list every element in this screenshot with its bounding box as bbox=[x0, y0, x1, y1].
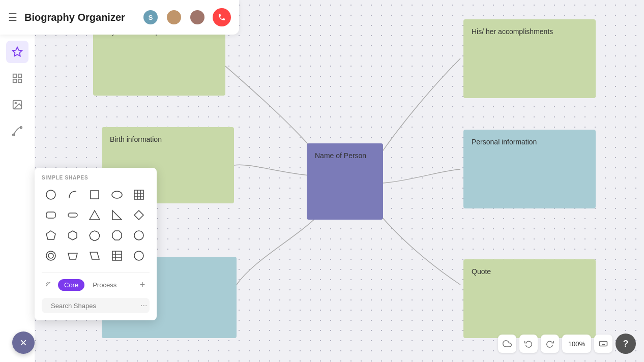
svg-point-6 bbox=[15, 102, 16, 104]
svg-rect-12 bbox=[134, 190, 143, 199]
tab-star[interactable] bbox=[42, 278, 56, 292]
svg-point-26 bbox=[134, 231, 143, 240]
shape-parallelogram[interactable] bbox=[85, 247, 104, 265]
avatar-3[interactable] bbox=[189, 9, 206, 25]
shape-circle2[interactable] bbox=[130, 226, 148, 245]
svg-marker-21 bbox=[134, 210, 143, 220]
shape-octagon[interactable] bbox=[108, 226, 126, 245]
svg-rect-10 bbox=[91, 191, 99, 199]
svg-rect-3 bbox=[13, 79, 16, 82]
tab-add-button[interactable]: + bbox=[135, 278, 150, 292]
svg-rect-4 bbox=[18, 79, 21, 82]
svg-rect-17 bbox=[46, 212, 55, 218]
svg-marker-25 bbox=[112, 231, 122, 240]
shape-triangle[interactable] bbox=[85, 206, 104, 224]
shape-circle3[interactable] bbox=[42, 247, 60, 265]
svg-marker-23 bbox=[69, 231, 77, 240]
svg-marker-24 bbox=[90, 231, 100, 240]
node-personal[interactable]: Personal information bbox=[463, 130, 596, 208]
fab-icon: × bbox=[20, 337, 27, 349]
node-quote[interactable]: Quote bbox=[463, 259, 596, 338]
bottom-bar: 100% ? bbox=[498, 334, 636, 354]
tab-core[interactable]: Core bbox=[58, 279, 84, 291]
app-title: Biography Organizer bbox=[24, 12, 135, 23]
svg-point-35 bbox=[134, 251, 143, 260]
shape-pill[interactable] bbox=[64, 206, 82, 224]
shape-hexagon[interactable] bbox=[64, 226, 82, 245]
fab-button[interactable]: × bbox=[12, 331, 35, 354]
node-accomplish[interactable]: His/ her accomplishments bbox=[463, 19, 596, 98]
shape-ellipse[interactable] bbox=[108, 186, 126, 204]
search-container: ··· bbox=[42, 298, 150, 313]
panel-tabs: Core Process + bbox=[42, 272, 150, 292]
search-options-button[interactable]: ··· bbox=[140, 301, 147, 310]
svg-point-11 bbox=[112, 191, 122, 198]
sidebar-item-grid[interactable] bbox=[6, 67, 28, 89]
svg-rect-1 bbox=[13, 74, 16, 77]
svg-rect-2 bbox=[18, 74, 21, 77]
shape-trapezoid[interactable] bbox=[64, 247, 82, 265]
call-button[interactable] bbox=[213, 8, 231, 26]
shape-circle4[interactable] bbox=[130, 247, 148, 265]
shape-circle[interactable] bbox=[42, 186, 60, 204]
svg-point-28 bbox=[48, 253, 53, 258]
sidebar-item-connectors[interactable] bbox=[6, 120, 28, 142]
svg-rect-38 bbox=[600, 342, 607, 346]
svg-marker-22 bbox=[46, 231, 55, 239]
shape-square[interactable] bbox=[85, 186, 104, 204]
sidebar-item-image[interactable] bbox=[6, 94, 28, 116]
shapes-panel: SIMPLE SHAPES bbox=[35, 168, 157, 320]
shape-rect-rounded[interactable] bbox=[42, 206, 60, 224]
undo-button[interactable] bbox=[519, 335, 538, 353]
tab-process[interactable]: Process bbox=[86, 279, 123, 291]
shape-arc[interactable] bbox=[64, 186, 82, 204]
avatar-2[interactable] bbox=[166, 9, 182, 25]
help-button[interactable]: ? bbox=[616, 334, 636, 354]
zoom-level[interactable]: 100% bbox=[562, 335, 591, 353]
menu-button[interactable]: ☰ bbox=[8, 11, 17, 23]
shapes-grid bbox=[42, 186, 150, 265]
search-input[interactable] bbox=[51, 302, 136, 310]
svg-point-9 bbox=[46, 190, 55, 199]
keyboard-button[interactable] bbox=[594, 335, 612, 353]
svg-marker-0 bbox=[13, 47, 22, 56]
header: ☰ Biography Organizer S bbox=[0, 0, 239, 35]
shape-pentagon[interactable] bbox=[42, 226, 60, 245]
shape-right-triangle[interactable] bbox=[108, 206, 126, 224]
sidebar-item-shapes[interactable] bbox=[6, 41, 28, 63]
center-node[interactable]: Name of Person bbox=[307, 143, 383, 220]
svg-point-27 bbox=[46, 251, 55, 260]
svg-rect-31 bbox=[112, 251, 122, 260]
svg-rect-18 bbox=[68, 213, 77, 217]
redo-button[interactable] bbox=[541, 335, 559, 353]
shape-table[interactable] bbox=[108, 247, 126, 265]
shape-grid[interactable] bbox=[130, 186, 148, 204]
panel-section-title: SIMPLE SHAPES bbox=[42, 175, 150, 180]
svg-marker-30 bbox=[90, 252, 99, 259]
svg-marker-19 bbox=[90, 210, 100, 220]
avatar-1[interactable]: S bbox=[142, 9, 159, 25]
shape-diamond[interactable] bbox=[130, 206, 148, 224]
svg-marker-20 bbox=[112, 210, 122, 220]
shape-heptagon[interactable] bbox=[85, 226, 104, 245]
sidebar bbox=[0, 35, 35, 362]
cloud-button[interactable] bbox=[498, 335, 516, 353]
svg-marker-29 bbox=[68, 253, 77, 259]
